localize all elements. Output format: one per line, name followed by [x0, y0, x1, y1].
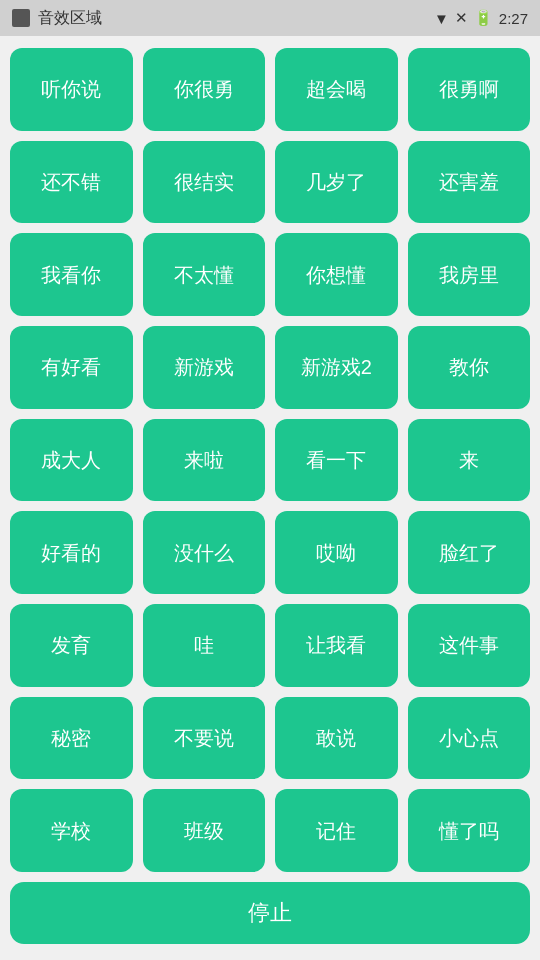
sound-button-10[interactable]: 你想懂	[275, 233, 398, 316]
status-bar-right: ▼ ✕ 🔋 2:27	[434, 9, 528, 27]
sound-button-5[interactable]: 很结实	[143, 141, 266, 224]
sound-button-25[interactable]: 哇	[143, 604, 266, 687]
sound-button-27[interactable]: 这件事	[408, 604, 531, 687]
sound-button-7[interactable]: 还害羞	[408, 141, 531, 224]
sound-button-13[interactable]: 新游戏	[143, 326, 266, 409]
sound-button-14[interactable]: 新游戏2	[275, 326, 398, 409]
sound-button-2[interactable]: 超会喝	[275, 48, 398, 131]
time-display: 2:27	[499, 10, 528, 27]
sound-button-29[interactable]: 不要说	[143, 697, 266, 780]
sound-button-0[interactable]: 听你说	[10, 48, 133, 131]
battery-icon: 🔋	[474, 9, 493, 27]
status-bar-left: 音效区域	[12, 8, 102, 29]
network-icon: ✕	[455, 9, 468, 27]
sound-button-4[interactable]: 还不错	[10, 141, 133, 224]
stop-button-container: 停止	[10, 882, 530, 948]
sound-button-23[interactable]: 脸红了	[408, 511, 531, 594]
status-bar: 音效区域 ▼ ✕ 🔋 2:27	[0, 0, 540, 36]
sound-button-1[interactable]: 你很勇	[143, 48, 266, 131]
sound-button-3[interactable]: 很勇啊	[408, 48, 531, 131]
signal-icon: ▼	[434, 10, 449, 27]
sound-button-11[interactable]: 我房里	[408, 233, 531, 316]
sound-button-20[interactable]: 好看的	[10, 511, 133, 594]
stop-button[interactable]: 停止	[10, 882, 530, 944]
sound-button-31[interactable]: 小心点	[408, 697, 531, 780]
main-content: 听你说你很勇超会喝很勇啊还不错很结实几岁了还害羞我看你不太懂你想懂我房里有好看新…	[0, 36, 540, 960]
sound-button-9[interactable]: 不太懂	[143, 233, 266, 316]
sound-button-33[interactable]: 班级	[143, 789, 266, 872]
app-icon	[12, 9, 30, 27]
sound-button-6[interactable]: 几岁了	[275, 141, 398, 224]
app-title: 音效区域	[38, 8, 102, 29]
sound-button-15[interactable]: 教你	[408, 326, 531, 409]
sound-button-8[interactable]: 我看你	[10, 233, 133, 316]
sound-button-24[interactable]: 发育	[10, 604, 133, 687]
sound-button-26[interactable]: 让我看	[275, 604, 398, 687]
sound-button-34[interactable]: 记住	[275, 789, 398, 872]
sound-button-12[interactable]: 有好看	[10, 326, 133, 409]
sound-button-30[interactable]: 敢说	[275, 697, 398, 780]
sound-button-32[interactable]: 学校	[10, 789, 133, 872]
sound-button-19[interactable]: 来	[408, 419, 531, 502]
sound-button-35[interactable]: 懂了吗	[408, 789, 531, 872]
sound-button-grid: 听你说你很勇超会喝很勇啊还不错很结实几岁了还害羞我看你不太懂你想懂我房里有好看新…	[10, 48, 530, 872]
sound-button-17[interactable]: 来啦	[143, 419, 266, 502]
sound-button-18[interactable]: 看一下	[275, 419, 398, 502]
sound-button-21[interactable]: 没什么	[143, 511, 266, 594]
sound-button-16[interactable]: 成大人	[10, 419, 133, 502]
sound-button-28[interactable]: 秘密	[10, 697, 133, 780]
sound-button-22[interactable]: 哎呦	[275, 511, 398, 594]
